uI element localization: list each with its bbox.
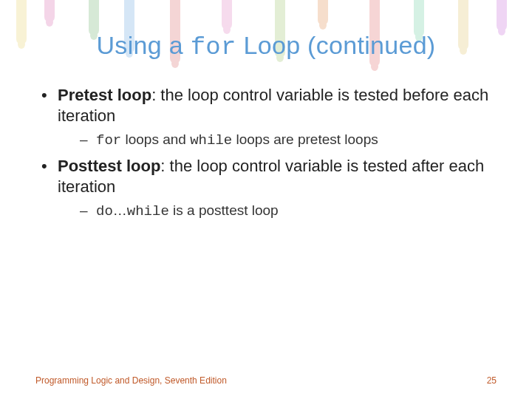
code-span: while: [190, 132, 232, 149]
text-span: …: [113, 202, 127, 218]
list-item: Pretest loop: the loop control variable …: [40, 85, 497, 150]
text-span: is a posttest loop: [169, 202, 279, 218]
code-span: for: [96, 132, 121, 149]
code-span: while: [127, 203, 169, 219]
bullet-lead: Posttest loop: [58, 157, 160, 175]
code-span: do: [96, 203, 113, 219]
title-code: for: [191, 33, 236, 61]
slide-footer: Programming Logic and Design, Seventh Ed…: [35, 375, 497, 386]
slide-body: Using a for Loop (continued) Pretest loo…: [0, 0, 532, 399]
list-item: for loops and while loops are pretest lo…: [80, 131, 497, 150]
sub-list: do…while is a posttest loop: [58, 202, 497, 221]
list-item: do…while is a posttest loop: [80, 202, 497, 221]
list-item: Posttest loop: the loop control variable…: [40, 156, 497, 221]
text-span: loops are pretest loops: [232, 132, 378, 147]
footer-book-title: Programming Logic and Design, Seventh Ed…: [35, 375, 227, 386]
bullet-list: Pretest loop: the loop control variable …: [35, 85, 497, 221]
footer-page-number: 25: [487, 375, 497, 386]
slide-title: Using a for Loop (continued): [35, 31, 497, 61]
bullet-lead: Pretest loop: [58, 86, 151, 104]
title-post: Loop (continued): [236, 31, 436, 59]
sub-list: for loops and while loops are pretest lo…: [58, 131, 497, 150]
text-span: loops and: [121, 132, 190, 147]
title-pre: Using a: [97, 31, 191, 59]
